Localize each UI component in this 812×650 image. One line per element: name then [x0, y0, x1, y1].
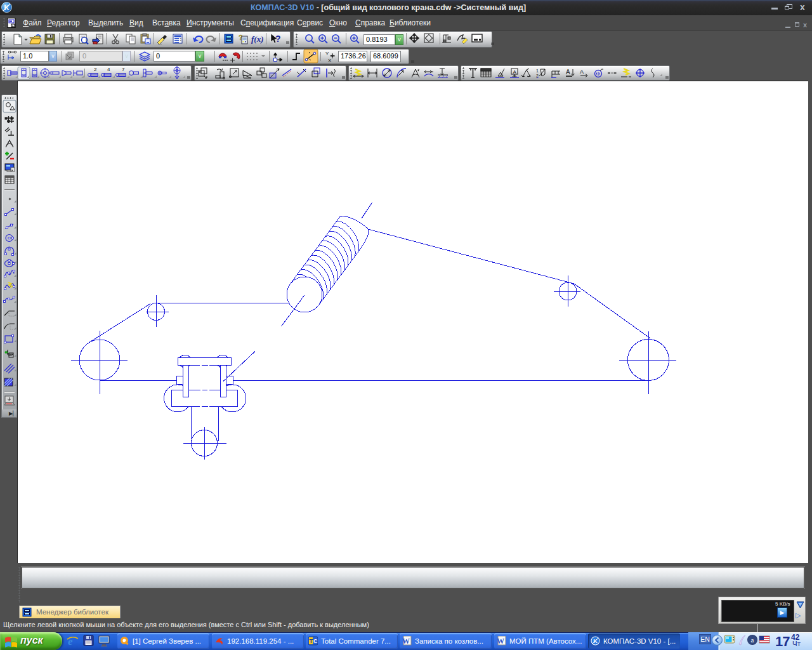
svg-text:W: W [402, 637, 410, 646]
svg-text:A: A [580, 69, 584, 75]
svg-text:4: 4 [107, 67, 110, 72]
svg-text:A: A [513, 69, 517, 75]
svg-text:W: W [497, 637, 504, 646]
svg-text:1: 1 [536, 69, 539, 73]
svg-text:T: T [310, 638, 313, 644]
svg-text:Y: Y [325, 51, 329, 56]
svg-text:A: A [566, 69, 570, 76]
svg-text:f(x): f(x) [251, 34, 264, 44]
svg-text:7: 7 [122, 67, 125, 72]
svg-text:C: C [313, 638, 318, 644]
svg-text:?: ? [275, 34, 281, 44]
svg-text:2: 2 [94, 67, 97, 72]
svg-text:X: X [328, 58, 332, 63]
svg-text:a: a [751, 636, 754, 644]
